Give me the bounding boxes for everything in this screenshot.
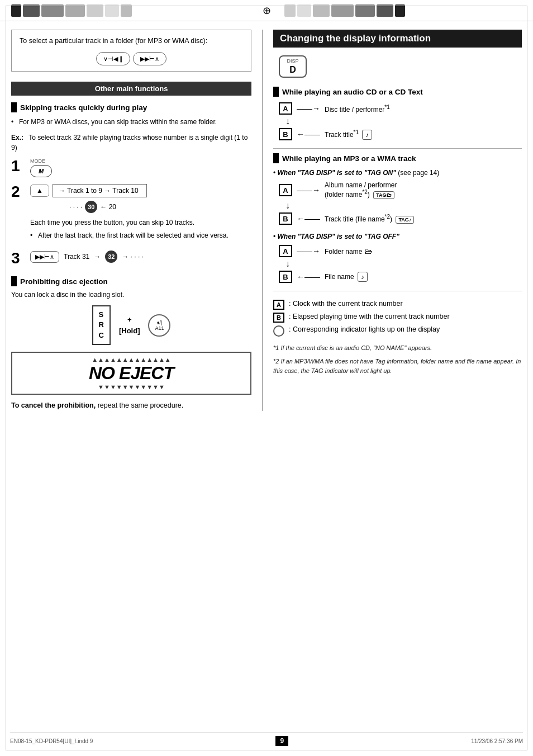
header-block <box>284 4 296 17</box>
left-column: To select a particular track in a folder… <box>11 30 251 411</box>
folder-name-label: Folder name 🗁 <box>325 247 372 256</box>
down-arrow3: ↓ <box>285 259 522 268</box>
tag-b-row: B ←—— Track title (file name*2) TAG♪ <box>279 212 522 225</box>
tagoff-a-box: A <box>279 245 292 257</box>
file-name-label: File name ♪ <box>325 272 368 282</box>
disc-ejection-header: Prohibiting disc ejection <box>11 276 251 286</box>
b-box-small: B <box>273 313 284 323</box>
tag-off-label: • When "TAG DISP" is set to "TAG OFF" <box>273 233 522 240</box>
step1-container: 1 MODE M <box>11 158 251 177</box>
no-eject-display: ▲▲▲▲▲▲▲▲▲▲▲▲▲ NO EJECT ▼▼▼▼▼▼▼▼▼▼▼ <box>11 352 251 395</box>
step-up-button[interactable]: ▲ <box>30 185 49 197</box>
header-block <box>41 4 64 17</box>
step2-container: 2 ▲ → Track 1 to 9 → Track 10 · · · · 30… <box>11 184 251 244</box>
file-info: EN08-15_KD-PDR54[UI]_f.indd 9 <box>10 738 93 744</box>
header-blocks-left <box>11 4 249 17</box>
separator <box>273 148 522 149</box>
header-block <box>355 4 375 17</box>
mode-button[interactable]: M <box>30 165 52 177</box>
main-content: To select a particular track in a folder… <box>0 21 533 445</box>
header-block <box>313 4 330 17</box>
tagoff-b-row: B ←—— File name ♪ <box>279 271 522 283</box>
a-box: A <box>279 102 292 115</box>
disp-button[interactable]: DISP D <box>279 55 307 78</box>
nav-prev-button[interactable]: ∨⊣◀ ∥ <box>96 52 130 66</box>
header-block <box>377 4 393 17</box>
header-blocks-right <box>284 4 522 17</box>
tag-on-label: • When "TAG DISP" is set to "TAG ON" (se… <box>273 169 522 177</box>
disc-title-label: Disc title / performer*1 <box>325 104 390 114</box>
mp3-header: While playing an MP3 or a WMA track <box>273 153 522 163</box>
nav-next-button[interactable]: ▶▶⊢∧ <box>133 52 166 66</box>
header-bar: ⊕ <box>0 0 533 21</box>
step3-content: ▶▶⊢∧ Track 31 → 32 → · · · · <box>30 251 251 263</box>
skip-bullet1: For MP3 or WMA discs, you can skip track… <box>11 117 251 127</box>
header-block <box>23 4 40 17</box>
footnote2: *2 If an MP3/WMA file does not have Tag … <box>273 357 522 376</box>
footer: EN08-15_KD-PDR54[UI]_f.indd 9 9 11/23/06… <box>10 733 523 746</box>
nav-buttons: ∨⊣◀ ∥ ▶▶⊢∧ <box>20 52 243 66</box>
audio-b-row: B ←—— Track title*1 ♪ <box>279 128 522 140</box>
step3-number: 3 <box>11 251 25 266</box>
track-circle-30: 30 <box>85 201 97 213</box>
down-arrow: ↓ <box>285 117 522 126</box>
footnote1: *1 If the current disc is an audio CD, "… <box>273 343 522 353</box>
track-title-label: Track title*1 ♪ <box>325 129 372 140</box>
track31-label: Track 31 <box>64 253 89 261</box>
header-block <box>331 4 354 17</box>
black-bar-icon <box>11 102 17 112</box>
intro-text: To select a particular track in a folder… <box>20 37 207 45</box>
tag-on-ab-diagram: A ——→ Album name / performer (folder nam… <box>279 181 522 225</box>
power-button-area: ♦/| A11 <box>148 314 170 337</box>
audio-ab-diagram: A ——→ Disc title / performer*1 ↓ B ←—— T… <box>279 102 522 140</box>
track-circle-32: 32 <box>105 251 117 263</box>
folder-icon: 🗁 <box>364 247 372 256</box>
display-info-header: Changing the display information <box>273 30 522 48</box>
cancel-prohibition-text: To cancel the prohibition, repeat the sa… <box>11 400 251 411</box>
audio-a-row: A ——→ Disc title / performer*1 <box>279 102 522 115</box>
audio-cd-header: While playing an audio CD or a CD Text <box>273 87 522 97</box>
step2-number: 2 <box>11 184 25 200</box>
header-block <box>87 4 103 17</box>
header-block <box>395 4 405 17</box>
tag-off-ab-diagram: A ——→ Folder name 🗁 ↓ B ←—— File name ♪ <box>279 245 522 283</box>
circle-icon <box>273 325 284 337</box>
tag-off-section: • When "TAG DISP" is set to "TAG OFF" A … <box>273 233 522 283</box>
tag-a-box: A <box>279 184 292 196</box>
right-column: Changing the display information DISP D … <box>263 30 522 411</box>
tagoff-b-box: B <box>279 271 292 283</box>
b-box: B <box>279 128 292 140</box>
step2-bullet: After the last track, the first track wi… <box>30 230 251 240</box>
step1-number: 1 <box>11 158 25 174</box>
b-explain-row: B : Elapsed playing time with the curren… <box>273 313 522 323</box>
down-arrow2: ↓ <box>285 201 522 210</box>
step1-content: MODE M <box>30 158 251 177</box>
tag-a-row: A ——→ Album name / performer (folder nam… <box>279 181 522 199</box>
disc-section: Prohibiting disc ejection You can lock a… <box>11 276 251 410</box>
disc-diagram: S R C + [Hold] ♦/| A11 <box>11 305 251 345</box>
step2-content: ▲ → Track 1 to 9 → Track 10 · · · · 30 ←… <box>30 184 251 244</box>
note-icon2: ♪ <box>358 272 368 282</box>
compass-icon: ⊕ <box>263 4 271 17</box>
other-functions-header: Other main functions <box>11 82 251 96</box>
src-box: S R C <box>92 305 111 345</box>
tag-b-box: B <box>279 212 292 225</box>
a-explain-row: A : Clock with the current track number <box>273 300 522 310</box>
black-bar-icon2 <box>11 276 17 286</box>
page-number: 9 <box>275 736 288 746</box>
tagoff-a-row: A ——→ Folder name 🗁 <box>279 245 522 257</box>
circle-explain-row: : Corresponding indicator lights up on t… <box>273 325 522 337</box>
note-icon: ♪ <box>362 130 372 140</box>
plus-hold: + [Hold] <box>119 314 140 336</box>
power-button[interactable]: ♦/| A11 <box>148 314 170 337</box>
header-block <box>11 4 21 17</box>
skip-forward-button[interactable]: ▶▶⊢∧ <box>30 251 59 263</box>
timestamp: 11/23/06 2:57:36 PM <box>471 738 523 744</box>
step3-display: ▶▶⊢∧ Track 31 → 32 → · · · · <box>30 251 251 263</box>
header-block <box>105 4 119 17</box>
a-box-small: A <box>273 300 284 310</box>
skip-section-header: Skipping tracks quickly during play <box>11 102 251 112</box>
mode-label: MODE <box>30 158 45 164</box>
track-display-step2: → Track 1 to 9 → Track 10 <box>53 184 147 197</box>
step3-container: 3 ▶▶⊢∧ Track 31 → 32 → · · · · <box>11 251 251 266</box>
